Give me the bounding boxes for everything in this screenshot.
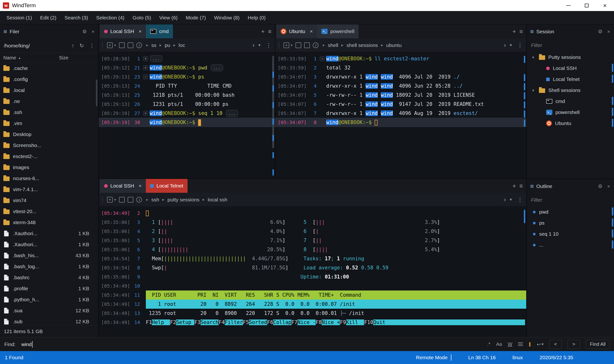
menu-item-view[interactable]: View (6) [155, 11, 182, 25]
column-header-name[interactable]: Name▲ [3, 55, 59, 61]
filer-row[interactable]: xterm-348 [0, 217, 98, 228]
clone-session-icon[interactable] [304, 42, 310, 48]
filer-row[interactable]: vim-7.4.1... [0, 184, 98, 195]
filer-row[interactable]: Desktop [0, 129, 98, 140]
filer-row[interactable]: .python_h...1 KB [0, 294, 98, 305]
mode-indicator[interactable]: Remote Mode [416, 355, 447, 360]
breadcrumb-segment[interactable]: ubuntu [386, 42, 402, 48]
gear-icon[interactable]: ⚙ [598, 183, 602, 189]
filer-row[interactable]: vim74 [0, 195, 98, 206]
kebab-menu-icon[interactable]: ⋮ [517, 196, 523, 203]
tab-ubuntu[interactable]: Ubuntu× [276, 25, 317, 38]
up-directory-icon[interactable]: ↑ [72, 43, 74, 49]
filer-row[interactable]: .bash_his...43 KB [0, 250, 98, 261]
filer-row[interactable]: .sua12 KB [0, 305, 98, 316]
chevron-down-icon[interactable]: ▾ [258, 43, 261, 48]
refresh-icon[interactable]: ↻ [80, 43, 84, 49]
session-item-putty-sessions[interactable]: ▾Putty sessions [527, 52, 614, 63]
tab-list-button[interactable]: ≡ [268, 28, 271, 35]
duplicate-session-icon[interactable] [119, 42, 125, 48]
filer-row[interactable]: ncurses-6... [0, 173, 98, 184]
session-item-ubuntu[interactable]: Ubuntu [527, 118, 614, 129]
filer-row[interactable]: .sub12 KB [0, 316, 98, 325]
new-tab-button[interactable]: + [513, 182, 516, 189]
outline-item-seq-1-10[interactable]: seq 1 10 [527, 228, 614, 239]
list-matches-icon[interactable] [518, 342, 523, 346]
menu-item-mode[interactable]: Mode (7) [182, 11, 210, 25]
chevron-down-icon[interactable]: ▾ [530, 55, 536, 60]
outline-item-pwd[interactable]: pwd [527, 207, 614, 217]
session-item-local-telnet[interactable]: Local Telnet [527, 74, 614, 85]
session-item-powershell[interactable]: >_powershell [527, 107, 614, 118]
cursor-position[interactable]: Ln 38 Ch 16 [468, 355, 496, 360]
chevron-down-icon[interactable]: ▾ [291, 43, 293, 47]
filer-row[interactable]: .local [0, 85, 98, 96]
gear-icon[interactable]: ⚙ [598, 29, 602, 35]
clone-session-icon[interactable] [128, 42, 133, 48]
filer-row[interactable]: esctest2-... [0, 151, 98, 162]
session-filter-input[interactable]: Filter [527, 39, 614, 52]
tab-list-button[interactable]: ≡ [519, 182, 523, 189]
tab-cmd[interactable]: cmd [146, 25, 173, 38]
expand-breadcrumb-icon[interactable]: › [252, 41, 255, 49]
minimize-button[interactable] [559, 0, 578, 11]
close-button[interactable]: × [596, 0, 614, 11]
duplicate-session-icon[interactable] [119, 197, 125, 203]
fold-expand-icon[interactable]: + [143, 111, 148, 116]
maximize-button[interactable] [578, 0, 596, 11]
filer-row[interactable]: .config [0, 74, 98, 85]
chevron-down-icon[interactable]: ▾ [114, 43, 116, 47]
tab-local-ssh[interactable]: Local SSH× [100, 25, 146, 38]
tab-powershell[interactable]: >_powershell [317, 25, 359, 38]
menu-item-search[interactable]: Search (3) [60, 11, 92, 25]
fold-expand-icon[interactable]: + [143, 56, 148, 61]
chevron-down-icon[interactable]: ▾ [510, 197, 512, 202]
menu-item-help[interactable]: Help (0) [244, 11, 270, 25]
regex-toggle[interactable]: .* [487, 341, 490, 347]
filer-row[interactable]: .ne [0, 96, 98, 107]
new-session-icon[interactable] [107, 42, 113, 48]
menu-item-window[interactable]: Window (8) [210, 11, 244, 25]
info-icon[interactable]: i [136, 42, 142, 48]
session-item-local-ssh[interactable]: Local SSH [527, 63, 614, 74]
kebab-menu-icon[interactable]: ⋮ [266, 42, 271, 49]
fold-expand-icon[interactable]: + [143, 65, 148, 70]
outline-item-ps[interactable]: ps [527, 217, 614, 228]
terminal[interactable]: [05:28:58]1+...[05:29:12]21+wind@ONEBOOK… [99, 52, 275, 178]
filer-path[interactable]: /home/king/ [4, 43, 30, 49]
info-icon[interactable]: i [136, 197, 142, 203]
scrollbar[interactable] [271, 52, 275, 178]
chevron-down-icon[interactable]: ▾ [114, 197, 116, 202]
collapsed-output-pill[interactable]: ... [226, 110, 238, 117]
kebab-menu-icon[interactable]: ⋮ [517, 42, 523, 49]
tab-close-icon[interactable]: × [139, 183, 141, 189]
line-ending-indicator[interactable]: linux [513, 355, 523, 360]
duplicate-session-icon[interactable] [295, 42, 301, 48]
filer-row[interactable]: images [0, 162, 98, 173]
filer-row[interactable]: .bash_log...1 KB [0, 261, 98, 272]
session-item-shell-sessions[interactable]: ▾Shell sessions [527, 85, 614, 96]
breadcrumb-segment[interactable]: local ssh [208, 197, 227, 203]
close-panel-icon[interactable]: × [607, 29, 610, 35]
fold-collapse-icon[interactable]: − [320, 56, 324, 61]
match-case-toggle[interactable]: Aa [496, 341, 502, 347]
new-tab-button[interactable]: + [513, 28, 516, 35]
filer-row[interactable]: .cache [0, 63, 98, 74]
filer-row[interactable]: .vim [0, 118, 98, 129]
expand-breadcrumb-icon[interactable]: › [504, 41, 506, 49]
filer-row[interactable]: .Xauthori...1 KB [0, 228, 98, 239]
tab-close-icon[interactable]: × [139, 28, 141, 34]
tab-local-ssh[interactable]: Local SSH× [100, 179, 146, 193]
fold-collapse-icon[interactable]: − [143, 75, 148, 79]
terminal[interactable]: [05:34:49]2[05:35:06]3 1 [|||| 6.6%] 5 [… [99, 207, 526, 337]
new-session-icon[interactable] [283, 42, 289, 48]
chevron-down-icon[interactable]: ▾ [530, 88, 536, 93]
expand-breadcrumb-icon[interactable]: › [504, 196, 506, 203]
breadcrumb-segment[interactable]: putty sessions [167, 197, 199, 203]
close-panel-icon[interactable]: × [607, 183, 610, 189]
filer-row[interactable]: .ssh [0, 107, 98, 118]
in-selection-icon[interactable]: I [529, 341, 531, 348]
tab-local-telnet[interactable]: Local Telnet [146, 179, 188, 193]
filer-row[interactable]: Screensho... [0, 140, 98, 151]
collapsed-output-pill[interactable]: ... [211, 65, 223, 71]
